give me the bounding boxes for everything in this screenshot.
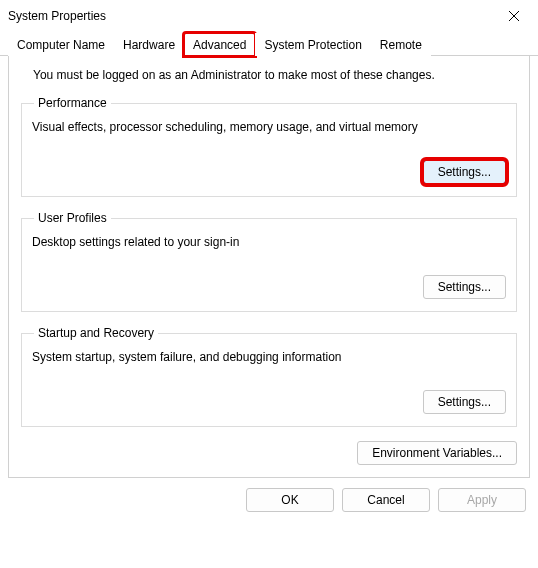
dialog-button-row: OK Cancel Apply	[0, 478, 538, 512]
tab-remote[interactable]: Remote	[371, 33, 431, 56]
startup-recovery-legend: Startup and Recovery	[34, 326, 158, 340]
tab-computer-name[interactable]: Computer Name	[8, 33, 114, 56]
cancel-button[interactable]: Cancel	[342, 488, 430, 512]
tab-strip: Computer Name Hardware Advanced System P…	[0, 32, 538, 56]
user-profiles-settings-button[interactable]: Settings...	[423, 275, 506, 299]
startup-recovery-group: Startup and Recovery System startup, sys…	[21, 326, 517, 427]
environment-variables-button[interactable]: Environment Variables...	[357, 441, 517, 465]
ok-button[interactable]: OK	[246, 488, 334, 512]
performance-legend: Performance	[34, 96, 111, 110]
tab-system-protection[interactable]: System Protection	[255, 33, 370, 56]
user-profiles-legend: User Profiles	[34, 211, 111, 225]
tab-advanced[interactable]: Advanced	[184, 33, 255, 56]
user-profiles-group: User Profiles Desktop settings related t…	[21, 211, 517, 312]
performance-group: Performance Visual effects, processor sc…	[21, 96, 517, 197]
tab-hardware[interactable]: Hardware	[114, 33, 184, 56]
close-button[interactable]	[500, 4, 528, 28]
performance-desc: Visual effects, processor scheduling, me…	[32, 120, 506, 134]
tab-panel-advanced: You must be logged on as an Administrato…	[8, 56, 530, 478]
performance-settings-button[interactable]: Settings...	[423, 160, 506, 184]
close-icon	[508, 10, 520, 22]
window-title: System Properties	[8, 9, 106, 23]
titlebar: System Properties	[0, 0, 538, 32]
user-profiles-desc: Desktop settings related to your sign-in	[32, 235, 506, 249]
startup-recovery-settings-button[interactable]: Settings...	[423, 390, 506, 414]
apply-button[interactable]: Apply	[438, 488, 526, 512]
startup-recovery-desc: System startup, system failure, and debu…	[32, 350, 506, 364]
admin-note: You must be logged on as an Administrato…	[33, 68, 517, 82]
